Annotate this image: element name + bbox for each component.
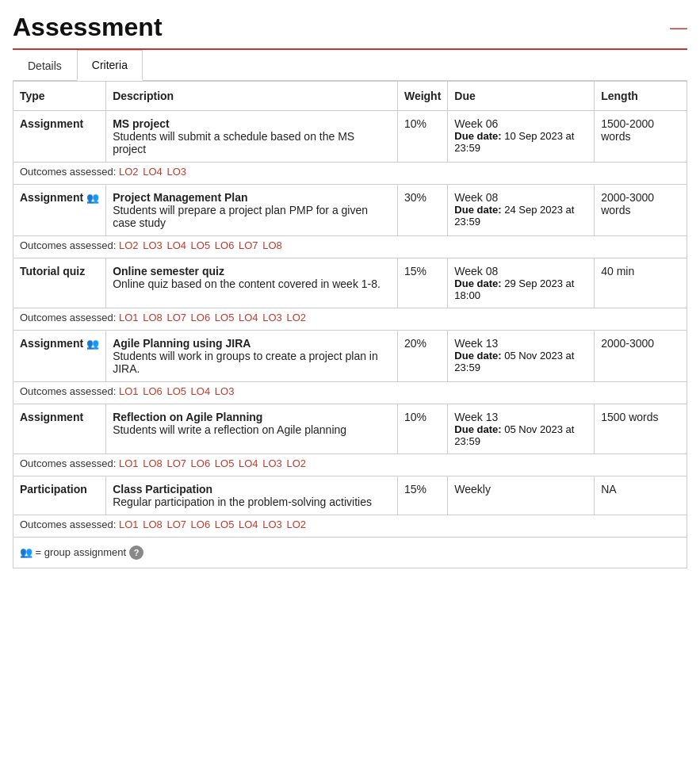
footer-cell: 👥 = group assignment? <box>13 538 687 568</box>
due-week: Weekly <box>454 483 587 496</box>
outcome-link[interactable]: LO8 <box>143 457 163 469</box>
length-cell: 1500 words <box>595 404 687 454</box>
desc-title: MS project <box>113 117 391 130</box>
outcomes-row: Outcomes assessed: LO2 LO3 LO4 LO5 LO6 L… <box>13 236 687 258</box>
outcome-link[interactable]: LO6 <box>215 239 235 251</box>
length-cell: 2000-3000 <box>595 331 687 382</box>
col-length: Length <box>595 82 687 111</box>
outcome-link[interactable]: LO7 <box>166 457 186 469</box>
outcome-link[interactable]: LO2 <box>286 457 306 469</box>
outcome-link[interactable]: LO8 <box>143 312 163 323</box>
outcome-link[interactable]: LO3 <box>215 385 235 397</box>
type-cell: Assignment 👥 <box>13 185 106 236</box>
outcome-link[interactable]: LO5 <box>215 519 235 530</box>
tab-bar: Details Criteria <box>13 50 687 81</box>
desc-body: Online quiz based on the content covered… <box>113 277 391 290</box>
outcomes-cell: Outcomes assessed: LO2 LO3 LO4 LO5 LO6 L… <box>13 236 687 258</box>
page-title: Assessment <box>13 13 163 42</box>
outcomes-cell: Outcomes assessed: LO1 LO8 LO7 LO6 LO5 L… <box>13 454 687 476</box>
outcome-link[interactable]: LO6 <box>191 457 211 469</box>
outcome-link[interactable]: LO3 <box>262 457 282 469</box>
outcome-link[interactable]: LO7 <box>166 519 186 530</box>
col-weight: Weight <box>397 82 447 111</box>
due-date: Due date: 05 Nov 2023 at 23:59 <box>454 350 587 373</box>
outcome-link[interactable]: LO1 <box>119 519 139 530</box>
collapse-button[interactable]: — <box>670 19 687 36</box>
outcome-link[interactable]: LO5 <box>215 312 235 323</box>
outcome-link[interactable]: LO5 <box>191 239 211 251</box>
desc-title: Agile Planning using JIRA <box>113 337 391 350</box>
footer-row: 👥 = group assignment? <box>13 538 687 568</box>
outcome-link[interactable]: LO3 <box>166 166 186 178</box>
outcome-link[interactable]: LO6 <box>191 312 211 323</box>
outcome-link[interactable]: LO2 <box>286 519 306 530</box>
outcome-link[interactable]: LO7 <box>166 312 186 323</box>
table-row: AssignmentMS projectStudents will submit… <box>13 111 687 163</box>
weight-cell: 10% <box>397 111 447 163</box>
type-cell: Assignment <box>13 111 106 163</box>
length-cell: 40 min <box>595 258 687 308</box>
due-cell: Week 08Due date: 29 Sep 2023 at 18:00 <box>448 258 595 308</box>
outcomes-row: Outcomes assessed: LO1 LO8 LO7 LO6 LO5 L… <box>13 308 687 331</box>
outcomes-row: Outcomes assessed: LO1 LO6 LO5 LO4 LO3 <box>13 382 687 404</box>
outcome-link[interactable]: LO4 <box>239 312 258 323</box>
due-cell: Week 13Due date: 05 Nov 2023 at 23:59 <box>448 404 595 454</box>
weight-cell: 20% <box>397 331 447 382</box>
col-type: Type <box>13 82 106 111</box>
outcome-link[interactable]: LO4 <box>166 239 186 251</box>
table-row: ParticipationClass ParticipationRegular … <box>13 476 687 515</box>
table-row: Assignment 👥Agile Planning using JIRAStu… <box>13 331 687 382</box>
help-button[interactable]: ? <box>129 545 143 560</box>
due-date: Due date: 10 Sep 2023 at 23:59 <box>454 130 587 154</box>
outcome-link[interactable]: LO2 <box>119 166 139 178</box>
outcome-link[interactable]: LO6 <box>143 385 163 397</box>
outcome-link[interactable]: LO4 <box>239 519 258 530</box>
desc-title: Online semester quiz <box>113 265 391 277</box>
due-date: Due date: 29 Sep 2023 at 18:00 <box>454 277 587 301</box>
type-cell: Tutorial quiz <box>13 258 106 308</box>
outcome-link[interactable]: LO4 <box>143 166 163 178</box>
outcome-link[interactable]: LO7 <box>239 239 258 251</box>
outcome-link[interactable]: LO5 <box>215 457 235 469</box>
outcome-link[interactable]: LO8 <box>143 519 163 530</box>
outcome-link[interactable]: LO4 <box>191 385 211 397</box>
due-cell: Week 13Due date: 05 Nov 2023 at 23:59 <box>448 331 595 382</box>
outcome-link[interactable]: LO3 <box>262 519 282 530</box>
due-date: Due date: 24 Sep 2023 at 23:59 <box>454 204 587 228</box>
due-week: Week 08 <box>454 265 587 277</box>
outcome-link[interactable]: LO2 <box>286 312 306 323</box>
table-row: AssignmentReflection on Agile PlanningSt… <box>13 404 687 454</box>
outcome-link[interactable]: LO3 <box>143 239 163 251</box>
outcomes-row: Outcomes assessed: LO1 LO8 LO7 LO6 LO5 L… <box>13 515 687 538</box>
table-row: Assignment 👥Project Management PlanStude… <box>13 185 687 236</box>
tab-criteria[interactable]: Criteria <box>77 50 143 81</box>
due-week: Week 08 <box>454 191 587 204</box>
outcome-link[interactable]: LO1 <box>119 385 139 397</box>
due-week: Week 13 <box>454 411 587 423</box>
outcome-link[interactable]: LO3 <box>262 312 282 323</box>
due-date: Due date: 05 Nov 2023 at 23:59 <box>454 423 587 447</box>
length-cell: NA <box>595 476 687 515</box>
outcome-link[interactable]: LO1 <box>119 312 139 323</box>
outcomes-row: Outcomes assessed: LO1 LO8 LO7 LO6 LO5 L… <box>13 454 687 476</box>
outcome-link[interactable]: LO8 <box>262 239 282 251</box>
desc-title: Project Management Plan <box>113 191 391 204</box>
due-week: Week 06 <box>454 117 587 130</box>
outcome-link[interactable]: LO2 <box>119 239 139 251</box>
outcome-link[interactable]: LO1 <box>119 457 139 469</box>
description-cell: Project Management PlanStudents will pre… <box>106 185 398 236</box>
description-cell: MS projectStudents will submit a schedul… <box>106 111 398 163</box>
tab-details[interactable]: Details <box>13 50 77 80</box>
outcomes-cell: Outcomes assessed: LO1 LO8 LO7 LO6 LO5 L… <box>13 308 687 331</box>
group-legend-text: = group assignment <box>33 546 126 558</box>
description-cell: Reflection on Agile PlanningStudents wil… <box>106 404 398 454</box>
group-icon-legend: 👥 <box>20 546 33 558</box>
description-cell: Online semester quizOnline quiz based on… <box>106 258 398 308</box>
outcome-link[interactable]: LO4 <box>239 457 258 469</box>
outcome-link[interactable]: LO5 <box>166 385 186 397</box>
length-cell: 1500-2000 words <box>595 111 687 163</box>
due-cell: Week 06Due date: 10 Sep 2023 at 23:59 <box>448 111 595 163</box>
due-cell: Week 08Due date: 24 Sep 2023 at 23:59 <box>448 185 595 236</box>
desc-body: Students will write a reflection on Agil… <box>113 423 391 436</box>
outcome-link[interactable]: LO6 <box>191 519 211 530</box>
